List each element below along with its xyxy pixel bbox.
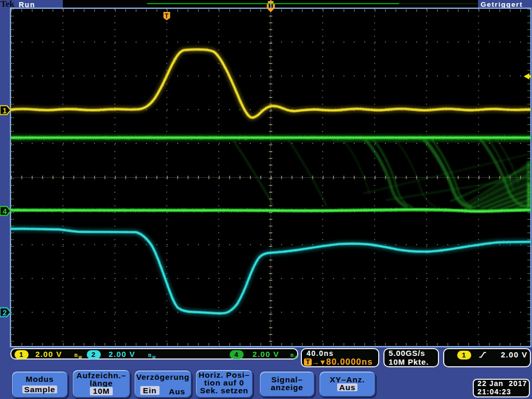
svg-text:T: T [165, 12, 169, 20]
svg-text:4: 4 [3, 207, 7, 216]
svg-text:2: 2 [3, 309, 7, 317]
svg-text:1: 1 [3, 107, 7, 115]
